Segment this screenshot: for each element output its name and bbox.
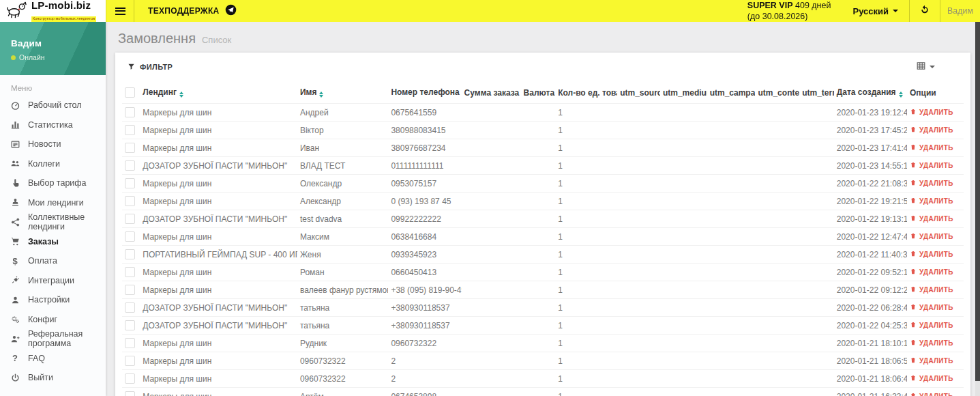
delete-button[interactable]: УДАЛИТЬ	[910, 143, 953, 152]
delete-button[interactable]: УДАЛИТЬ	[910, 250, 953, 259]
cell-utm_campaign	[707, 281, 756, 299]
sidebar-item-desktop[interactable]: Рабочий стол	[0, 96, 106, 115]
delete-button[interactable]: УДАЛИТЬ	[910, 321, 953, 330]
row-checkbox[interactable]	[125, 107, 135, 117]
people-icon	[10, 158, 20, 169]
sidebar-item-colleagues[interactable]: Коллеги	[0, 154, 106, 174]
cell-date: 2020-01-22 12:47:43	[834, 228, 907, 246]
row-checkbox[interactable]	[125, 125, 135, 135]
cell-landing: ДОЗАТОР ЗУБНОЇ ПАСТИ "МИНЬОН"	[140, 157, 297, 175]
delete-button[interactable]: УДАЛИТЬ	[910, 108, 953, 117]
sidebar-item-my-landings[interactable]: Мои лендинги	[0, 193, 106, 213]
menu-toggle-button[interactable]	[106, 0, 134, 22]
columns-toggle-button[interactable]	[916, 61, 958, 74]
sidebar-item-settings[interactable]: Настройки	[0, 290, 106, 310]
cell-utm_source	[617, 210, 660, 228]
delete-label: УДАЛИТЬ	[919, 375, 953, 382]
row-checkbox[interactable]	[125, 338, 135, 348]
cell-sum	[462, 122, 521, 139]
column-header-utm_source: utm_source	[617, 81, 660, 104]
row-checkbox[interactable]	[125, 356, 135, 366]
sidebar-item-tariff[interactable]: Выбор тарифа	[0, 173, 106, 193]
cell-phone: 0660450413	[388, 264, 461, 281]
select-all-checkbox[interactable]	[125, 87, 135, 98]
cell-sum	[462, 370, 521, 388]
cell-utm_source	[617, 317, 660, 335]
row-checkbox[interactable]	[125, 373, 135, 384]
scrollbar-thumb[interactable]	[975, 22, 980, 381]
column-header-landing[interactable]: Лендинг	[140, 81, 297, 104]
cell-utm_medium	[660, 370, 707, 388]
card-toolbar: ФИЛЬТР	[122, 53, 964, 81]
row-checkbox[interactable]	[125, 267, 135, 277]
sidebar-item-orders[interactable]: Заказы	[0, 232, 106, 252]
delete-button[interactable]: УДАЛИТЬ	[910, 339, 953, 348]
sidebar-item-logout[interactable]: Выйти	[0, 368, 106, 388]
language-selector[interactable]: Русский	[842, 0, 909, 22]
row-checkbox[interactable]	[125, 196, 135, 206]
user-menu-button[interactable]: Вадим	[940, 0, 980, 22]
vertical-scrollbar[interactable]	[975, 22, 980, 396]
delete-button[interactable]: УДАЛИТЬ	[910, 232, 953, 241]
row-checkbox[interactable]	[125, 320, 135, 330]
sidebar-item-integrations[interactable]: Интеграции	[0, 271, 106, 291]
filter-button[interactable]: ФИЛЬТР	[128, 63, 173, 72]
row-select-cell	[122, 210, 140, 228]
sidebar-item-payment[interactable]: $Оплата	[0, 251, 106, 271]
column-header-name[interactable]: Имя	[297, 81, 389, 104]
cell-sum	[462, 388, 521, 396]
table-row: Маркеры для шинОлександр095307515712020-…	[122, 175, 964, 193]
row-checkbox[interactable]	[125, 285, 135, 295]
cell-name: валеев фанур рустямович	[297, 281, 389, 299]
delete-button[interactable]: УДАЛИТЬ	[910, 374, 953, 383]
sidebar-item-label: Мои лендинги	[28, 198, 84, 208]
row-checkbox[interactable]	[125, 143, 135, 153]
filter-label: ФИЛЬТР	[140, 63, 173, 71]
delete-label: УДАЛИТЬ	[919, 126, 953, 134]
language-label: Русский	[852, 6, 889, 16]
delete-button[interactable]: УДАЛИТЬ	[910, 268, 953, 277]
sidebar-item-statistics[interactable]: Статистика	[0, 115, 106, 135]
column-header-phone[interactable]: Номер телефона	[388, 81, 461, 104]
logo[interactable]: LP-mobi.biz Конструктор мобильных лендин…	[0, 0, 106, 22]
row-checkbox[interactable]	[125, 249, 135, 259]
delete-button[interactable]: УДАЛИТЬ	[910, 179, 953, 188]
sidebar-item-faq[interactable]: ?FAQ	[0, 349, 106, 369]
delete-button[interactable]: УДАЛИТЬ	[910, 197, 953, 206]
delete-button[interactable]: УДАЛИТЬ	[910, 161, 953, 170]
row-checkbox[interactable]	[125, 178, 135, 188]
cell-phone: +38 (095) 819-90-49	[388, 281, 461, 299]
delete-button[interactable]: УДАЛИТЬ	[910, 214, 953, 223]
delete-button[interactable]: УДАЛИТЬ	[910, 126, 953, 135]
column-header-utm_content: utm_content	[755, 81, 799, 104]
refresh-button[interactable]	[909, 0, 940, 22]
delete-label: УДАЛИТЬ	[919, 393, 953, 396]
row-checkbox[interactable]	[125, 160, 135, 171]
row-checkbox[interactable]	[125, 231, 135, 242]
column-header-utm_term: utm_term	[799, 81, 834, 104]
delete-label: УДАЛИТЬ	[919, 357, 953, 365]
row-checkbox[interactable]	[125, 214, 135, 224]
sidebar-item-label: Новости	[28, 139, 61, 149]
row-checkbox[interactable]	[125, 391, 135, 396]
cell-currency	[521, 352, 556, 370]
sidebar-item-collective-landings[interactable]: Коллективные лендинги	[0, 212, 106, 232]
profile-panel: Вадим Онлайн	[0, 22, 106, 75]
delete-button[interactable]: УДАЛИТЬ	[910, 356, 953, 365]
delete-button[interactable]: УДАЛИТЬ	[910, 392, 953, 396]
cell-currency	[521, 299, 556, 317]
table-row: ДОЗАТОР ЗУБНОЇ ПАСТИ "МИНЬОН"татьяна+380…	[122, 317, 964, 335]
table-row: ДОЗАТОР ЗУБНОЇ ПАСТИ "МИНЬОН"ВЛАД ТЕСТ01…	[122, 157, 964, 175]
delete-button[interactable]: УДАЛИТЬ	[910, 285, 953, 294]
sidebar-item-config[interactable]: Конфиг	[0, 310, 106, 330]
column-header-date[interactable]: Дата создания	[834, 81, 907, 104]
sidebar-item-label: Оплата	[28, 256, 57, 266]
sidebar-item-news[interactable]: Новости	[0, 135, 106, 154]
support-button[interactable]: ТЕХПОДДЕРЖКА	[134, 0, 250, 22]
sidebar-item-referral[interactable]: Реферальная программа	[0, 329, 106, 349]
delete-button[interactable]: УДАЛИТЬ	[910, 303, 953, 312]
cell-name: Артём	[297, 388, 389, 396]
chevron-down-icon	[893, 10, 898, 12]
cell-currency	[521, 210, 556, 228]
row-checkbox[interactable]	[125, 302, 135, 313]
